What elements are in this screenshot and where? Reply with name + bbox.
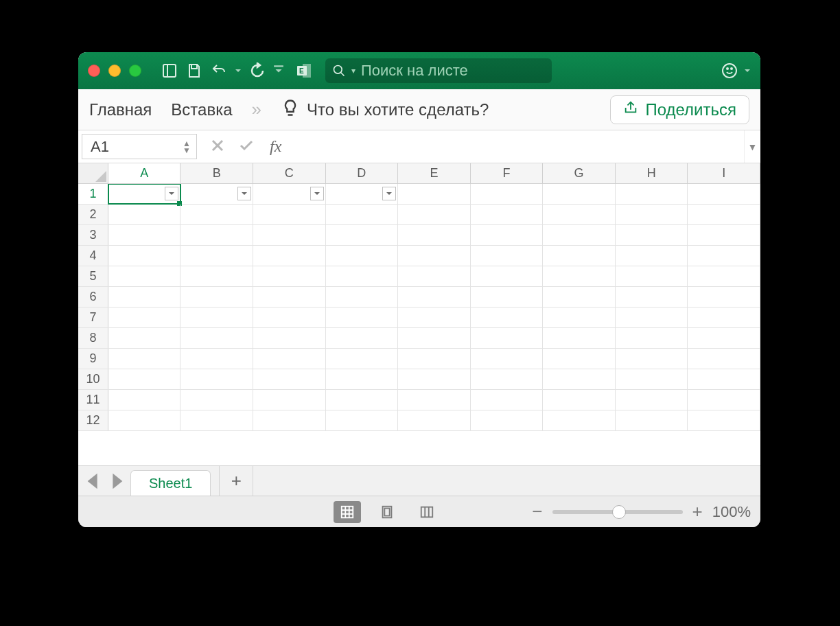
cell[interactable] xyxy=(253,369,326,389)
cell[interactable] xyxy=(616,410,688,430)
cell[interactable] xyxy=(326,410,399,430)
formula-input[interactable] xyxy=(294,130,744,163)
cell[interactable] xyxy=(326,390,399,410)
cell[interactable] xyxy=(471,225,544,245)
cell[interactable] xyxy=(688,369,760,389)
cell[interactable] xyxy=(180,308,253,327)
cell[interactable] xyxy=(180,287,253,307)
cell[interactable] xyxy=(108,246,181,266)
cell[interactable] xyxy=(543,349,616,369)
cell[interactable] xyxy=(180,225,253,245)
name-box-stepper[interactable]: ▲▼ xyxy=(183,140,191,154)
cell[interactable] xyxy=(398,369,471,389)
cell[interactable] xyxy=(543,184,616,204)
sheet-search[interactable]: ▾ xyxy=(325,58,552,83)
filter-dropdown-icon[interactable] xyxy=(165,187,178,200)
formula-expand-icon[interactable]: ▼ xyxy=(744,130,760,163)
cell[interactable] xyxy=(688,246,760,266)
cell[interactable] xyxy=(253,184,326,204)
cell[interactable] xyxy=(108,287,181,307)
cell[interactable] xyxy=(398,266,471,286)
cell[interactable] xyxy=(398,308,471,327)
column-header[interactable]: H xyxy=(616,163,688,183)
cell[interactable] xyxy=(688,287,760,307)
cell[interactable] xyxy=(398,410,471,430)
row-header[interactable]: 12 xyxy=(78,410,108,430)
name-box[interactable]: A1 ▲▼ xyxy=(82,134,197,159)
cell[interactable] xyxy=(326,349,399,369)
cell[interactable] xyxy=(471,184,544,204)
cell[interactable] xyxy=(326,246,399,266)
cell[interactable] xyxy=(688,349,760,369)
sheet-nav-next-icon[interactable] xyxy=(107,472,126,491)
cell[interactable] xyxy=(471,349,544,369)
cell[interactable] xyxy=(326,225,399,245)
zoom-window-button[interactable] xyxy=(129,65,141,77)
column-header[interactable]: C xyxy=(253,163,326,183)
redo-icon[interactable] xyxy=(248,62,266,80)
row-header[interactable]: 3 xyxy=(78,225,108,245)
cell[interactable] xyxy=(108,349,181,369)
undo-icon[interactable] xyxy=(210,62,228,80)
column-header[interactable]: A xyxy=(108,163,181,183)
cell[interactable] xyxy=(543,205,616,224)
cell[interactable] xyxy=(326,308,399,327)
cell[interactable] xyxy=(543,246,616,266)
cell[interactable] xyxy=(108,308,181,327)
row-header[interactable]: 5 xyxy=(78,266,108,286)
cell[interactable] xyxy=(398,246,471,266)
autosave-icon[interactable] xyxy=(161,62,178,80)
cell[interactable] xyxy=(688,308,760,327)
cell[interactable] xyxy=(471,390,544,410)
row-header[interactable]: 7 xyxy=(78,308,108,327)
cell[interactable] xyxy=(108,225,181,245)
cell[interactable] xyxy=(616,184,688,204)
cell[interactable] xyxy=(471,410,544,430)
cell[interactable] xyxy=(471,369,544,389)
cell[interactable] xyxy=(253,266,326,286)
cell[interactable] xyxy=(253,287,326,307)
tell-me-search[interactable]: Что вы хотите сделать? xyxy=(281,98,489,121)
share-button[interactable]: Поделиться xyxy=(610,95,749,124)
cell[interactable] xyxy=(253,308,326,327)
add-sheet-button[interactable]: + xyxy=(219,466,253,496)
cell[interactable] xyxy=(616,225,688,245)
cell[interactable] xyxy=(180,266,253,286)
cell[interactable] xyxy=(398,205,471,224)
cell[interactable] xyxy=(616,349,688,369)
sheet-tab-active[interactable]: Sheet1 xyxy=(130,470,211,496)
cell[interactable] xyxy=(326,369,399,389)
cell[interactable] xyxy=(398,184,471,204)
cell[interactable] xyxy=(108,369,181,389)
cell[interactable] xyxy=(180,369,253,389)
cell[interactable] xyxy=(180,205,253,224)
cell[interactable] xyxy=(688,410,760,430)
row-header[interactable]: 11 xyxy=(78,390,108,410)
cell[interactable] xyxy=(543,410,616,430)
column-header[interactable]: F xyxy=(471,163,544,183)
undo-dropdown-icon[interactable] xyxy=(235,65,242,77)
cell[interactable] xyxy=(471,246,544,266)
cell[interactable] xyxy=(180,390,253,410)
tab-insert[interactable]: Вставка xyxy=(171,100,232,119)
cell[interactable] xyxy=(543,369,616,389)
cell[interactable] xyxy=(398,390,471,410)
column-header[interactable]: D xyxy=(326,163,399,183)
cell[interactable] xyxy=(688,266,760,286)
cell[interactable] xyxy=(108,328,181,348)
cell[interactable] xyxy=(616,308,688,327)
cell[interactable] xyxy=(180,349,253,369)
zoom-out-button[interactable]: − xyxy=(532,501,542,522)
cell[interactable] xyxy=(326,266,399,286)
enter-formula-icon[interactable] xyxy=(238,137,255,156)
cell[interactable] xyxy=(253,349,326,369)
cell[interactable] xyxy=(688,328,760,348)
column-header[interactable]: E xyxy=(398,163,471,183)
cell[interactable] xyxy=(471,308,544,327)
cell[interactable] xyxy=(398,287,471,307)
cell[interactable] xyxy=(616,287,688,307)
cell[interactable] xyxy=(326,328,399,348)
cell[interactable] xyxy=(253,205,326,224)
cell[interactable] xyxy=(108,266,181,286)
view-page-layout-button[interactable] xyxy=(373,501,401,523)
